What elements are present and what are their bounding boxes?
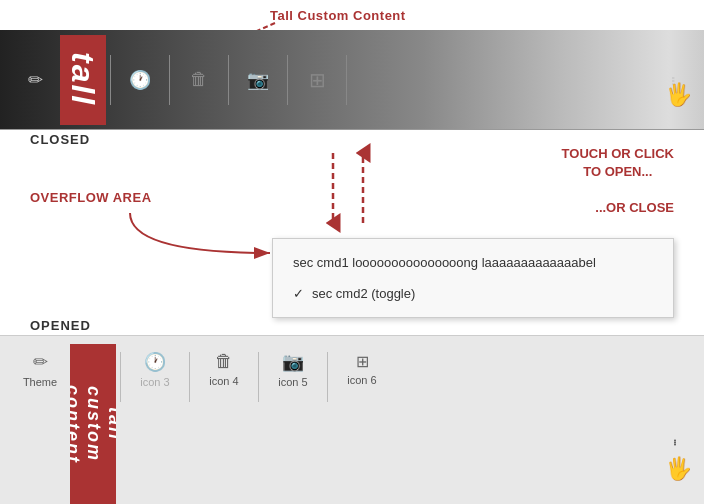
tall-custom-label: Tall Custom Content <box>270 8 406 23</box>
dropdown-item-1[interactable]: sec cmd1 looooooooooooooong laaaaaaaaaaa… <box>273 247 673 278</box>
trash-icon[interactable]: 🗑 <box>174 50 224 110</box>
expand-collapse-arrows <box>305 148 395 238</box>
hand-cursor-icon: 🖐 <box>665 84 692 106</box>
divider-1 <box>110 55 111 105</box>
tall-custom-bottom: tall custom content <box>70 344 116 504</box>
resize-icon[interactable]: ⊞ <box>292 50 342 110</box>
icon3-button[interactable]: 🕐 icon 3 <box>125 344 185 394</box>
edit-icon-bottom: ✏ <box>33 351 48 373</box>
divider-5 <box>346 55 347 105</box>
bottom-divider-4 <box>327 352 328 402</box>
overflow-dots-button[interactable]: ··· 🖐 <box>654 50 694 110</box>
clock-icon-bottom: 🕐 <box>144 351 166 373</box>
divider-2 <box>169 55 170 105</box>
icon5-label: icon 5 <box>278 376 307 388</box>
camera-icon[interactable]: 📷 <box>233 50 283 110</box>
camera-icon-bottom: 📷 <box>282 351 304 373</box>
dropdown-menu: sec cmd1 looooooooooooooong laaaaaaaaaaa… <box>272 238 674 318</box>
icon3-label: icon 3 <box>140 376 169 388</box>
closed-label: CLOSED <box>30 132 90 147</box>
icon5-button[interactable]: 📷 icon 5 <box>263 344 323 394</box>
bottom-toolbar: ✏ Theme tall custom content 🕐 icon 3 🗑 i… <box>0 335 704 504</box>
opened-label: OPENED <box>30 318 91 333</box>
bottom-divider-3 <box>258 352 259 402</box>
icon4-label: icon 4 <box>209 375 238 387</box>
bottom-divider-1 <box>120 352 121 402</box>
dropdown-item-2-label: sec cmd2 (toggle) <box>312 286 415 301</box>
theme-label: Theme <box>23 376 57 388</box>
edit-icon[interactable]: ✏ <box>10 50 60 110</box>
dropdown-item-1-label: sec cmd1 looooooooooooooong laaaaaaaaaaa… <box>293 255 596 270</box>
or-close-label: ...OR CLOSE <box>595 200 674 215</box>
touch-label: TOUCH OR CLICK TO OPEN... <box>562 145 674 181</box>
overflow-arrow <box>120 208 285 263</box>
checkmark-icon: ✓ <box>293 286 304 301</box>
overflow-area-label: OVERFLOW AREA <box>30 190 152 205</box>
icon6-button[interactable]: ⊞ icon 6 <box>332 344 392 394</box>
divider-4 <box>287 55 288 105</box>
clock-icon[interactable]: 🕐 <box>115 50 165 110</box>
hand-cursor-bottom-icon: 🖐 <box>665 456 692 482</box>
tall-custom-item: tall <box>60 35 106 125</box>
resize-icon-bottom: ⊞ <box>356 352 369 371</box>
icon6-label: icon 6 <box>347 374 376 386</box>
top-toolbar: ✏ tall 🕐 🗑 📷 ⊞ ··· 🖐 <box>0 30 704 130</box>
divider-3 <box>228 55 229 105</box>
dots-icon-bottom: ··· <box>665 438 686 444</box>
icon4-button[interactable]: 🗑 icon 4 <box>194 344 254 394</box>
dropdown-item-2[interactable]: ✓ sec cmd2 (toggle) <box>273 278 673 309</box>
trash-icon-bottom: 🗑 <box>215 351 233 372</box>
bottom-overflow-dots[interactable]: ··· <box>665 428 686 449</box>
bottom-divider-2 <box>189 352 190 402</box>
theme-edit-button[interactable]: ✏ Theme <box>10 344 70 394</box>
